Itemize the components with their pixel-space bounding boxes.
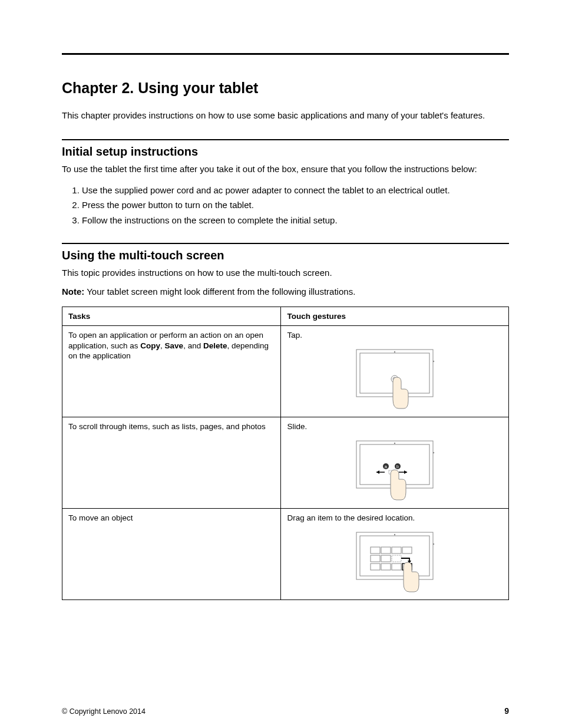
table-row: To move an object Drag an item to the de… xyxy=(62,509,509,600)
svg-rect-23 xyxy=(371,547,380,554)
svg-rect-25 xyxy=(392,547,401,554)
gesture-cell: Slide. a b xyxy=(281,417,509,509)
tap-illustration xyxy=(287,347,503,411)
step-3: Follow the instructions on the screen to… xyxy=(82,213,509,228)
step-2: Press the power button to turn on the ta… xyxy=(82,197,509,213)
gesture-cell: Drag an item to the desired location. xyxy=(281,509,509,600)
gesture-cell: Tap. xyxy=(281,326,509,417)
svg-point-9 xyxy=(433,452,434,453)
svg-rect-24 xyxy=(381,547,391,554)
svg-point-21 xyxy=(394,533,395,535)
table-row: To open an application or perform an act… xyxy=(62,326,509,417)
bold-copy: Copy xyxy=(140,341,160,350)
task-cell: To open an application or perform an act… xyxy=(62,326,281,417)
setup-steps: Use the supplied power cord and ac power… xyxy=(62,183,509,228)
gestures-table: Tasks Touch gestures To open an applicat… xyxy=(62,307,509,601)
svg-point-8 xyxy=(394,442,395,443)
svg-rect-29 xyxy=(392,555,401,562)
top-rule xyxy=(62,53,509,55)
svg-text:a: a xyxy=(385,465,387,469)
note-text: Your tablet screen might look different … xyxy=(84,286,355,297)
section2-note: Note: Your tablet screen might look diff… xyxy=(62,286,509,298)
note-label: Note: xyxy=(62,286,84,297)
svg-marker-17 xyxy=(404,470,407,474)
svg-rect-30 xyxy=(371,564,380,570)
svg-rect-19 xyxy=(356,532,433,579)
svg-marker-15 xyxy=(376,470,379,474)
svg-rect-32 xyxy=(392,564,401,570)
svg-text:b: b xyxy=(396,465,399,469)
slide-illustration: a b xyxy=(287,438,503,503)
th-gestures: Touch gestures xyxy=(281,307,509,326)
bold-save: Save xyxy=(165,341,184,350)
section-rule-1 xyxy=(62,139,509,140)
step-1: Use the supplied power cord and ac power… xyxy=(82,183,509,198)
section-rule-2 xyxy=(62,243,509,244)
chapter-title: Chapter 2. Using your tablet xyxy=(62,80,509,97)
bold-delete: Delete xyxy=(203,341,227,350)
drag-illustration xyxy=(287,529,503,594)
svg-point-3 xyxy=(433,360,434,361)
gesture-label: Drag an item to the desired location. xyxy=(287,513,503,523)
copyright: © Copyright Lenovo 2014 xyxy=(62,707,146,716)
section1-lead: To use the tablet the first time after y… xyxy=(62,163,509,175)
page-footer: © Copyright Lenovo 2014 9 xyxy=(62,706,509,716)
section1-heading: Initial setup instructions xyxy=(62,145,509,159)
svg-point-2 xyxy=(394,351,395,352)
gesture-label: Tap. xyxy=(287,330,503,341)
chapter-intro: This chapter provides instructions on ho… xyxy=(62,110,509,121)
task-cell: To scroll through items, such as lists, … xyxy=(62,417,281,509)
section2-lead: This topic provides instructions on how … xyxy=(62,267,509,279)
section2-heading: Using the multi-touch screen xyxy=(62,249,509,262)
svg-rect-28 xyxy=(381,555,391,562)
th-tasks: Tasks xyxy=(62,307,281,326)
task-cell: To move an object xyxy=(62,509,281,600)
svg-rect-31 xyxy=(381,564,391,570)
gesture-label: Slide. xyxy=(287,421,503,432)
svg-rect-26 xyxy=(402,547,412,554)
svg-point-22 xyxy=(433,543,434,544)
page-number: 9 xyxy=(504,706,509,716)
table-row: To scroll through items, such as lists, … xyxy=(62,417,509,509)
svg-rect-27 xyxy=(371,555,380,562)
